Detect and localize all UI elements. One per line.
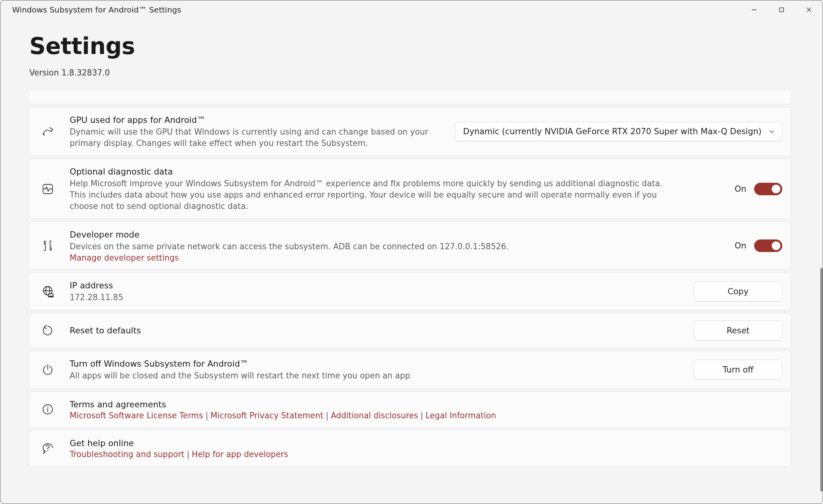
maximize-icon [778, 7, 785, 13]
developer-toggle-label: On [735, 241, 746, 250]
header: Settings Version 1.8.32837.0 [0, 19, 823, 81]
gpu-icon [41, 124, 55, 139]
ip-title: IP address [70, 280, 682, 291]
setting-row-help: Get help online Troubleshooting and supp… [29, 430, 791, 466]
turnoff-title: Turn off Windows Subsystem for Android™ [70, 358, 682, 369]
window-controls [740, 0, 823, 19]
info-icon [41, 402, 55, 416]
diagnostic-icon [41, 182, 55, 196]
turnoff-desc: All apps will be closed and the Subsyste… [70, 370, 676, 382]
reset-button[interactable]: Reset [694, 320, 782, 341]
settings-scroll[interactable]: GPU used for apps for Android™ Dynamic w… [0, 90, 820, 502]
diagnostic-toggle[interactable] [754, 183, 782, 195]
titlebar: Windows Subsystem for Android™ Settings [0, 0, 823, 19]
gpu-title: GPU used for apps for Android™ [70, 114, 443, 126]
window-title: Windows Subsystem for Android™ Settings [12, 5, 181, 14]
scrollbar-thumb[interactable] [820, 268, 823, 491]
svg-rect-1 [780, 8, 783, 12]
setting-row-partial [29, 90, 791, 104]
gpu-dropdown-value: Dynamic (currently NVIDIA GeForce RTX 20… [463, 127, 762, 136]
developer-title: Developer mode [70, 229, 723, 240]
setting-row-ip: IP address 172.28.11.85 Copy [29, 272, 791, 311]
version-text: Version 1.8.32837.0 [29, 68, 794, 77]
svg-point-15 [47, 450, 48, 451]
gpu-desc: Dynamic will use the GPU that Windows is… [70, 126, 434, 149]
help-link-appdev[interactable]: Help for app developers [192, 450, 288, 459]
maximize-button[interactable] [768, 0, 795, 19]
svg-point-14 [47, 407, 49, 408]
setting-row-developer: Developer mode Devices on the same priva… [29, 221, 791, 270]
chevron-down-icon [769, 128, 775, 135]
developer-desc: Devices on the same private network can … [70, 241, 676, 252]
terms-title: Terms and agreements [70, 399, 782, 410]
diagnostic-desc: Help Microsoft improve your Windows Subs… [70, 178, 676, 212]
help-icon [41, 441, 55, 455]
help-title: Get help online [70, 437, 782, 449]
ip-icon [41, 284, 55, 299]
copy-button[interactable]: Copy [694, 281, 782, 302]
diagnostic-toggle-label: On [735, 184, 746, 194]
terms-links: Microsoft Software License Terms|Microso… [70, 411, 782, 420]
power-icon [41, 363, 55, 377]
close-icon [806, 7, 812, 13]
developer-toggle[interactable] [754, 239, 782, 252]
terms-link-legal[interactable]: Legal Information [425, 411, 496, 420]
help-link-troubleshoot[interactable]: Troubleshooting and support [70, 450, 184, 459]
minimize-button[interactable] [740, 0, 768, 19]
turnoff-button[interactable]: Turn off [694, 360, 782, 380]
svg-point-4 [43, 134, 45, 135]
reset-icon [41, 324, 55, 338]
terms-link-license[interactable]: Microsoft Software License Terms [70, 411, 203, 420]
gpu-dropdown[interactable]: Dynamic (currently NVIDIA GeForce RTX 20… [455, 122, 782, 141]
developer-icon [41, 239, 55, 253]
setting-row-terms: Terms and agreements Microsoft Software … [29, 391, 791, 428]
reset-title: Reset to defaults [70, 325, 682, 336]
developer-settings-link[interactable]: Manage developer settings [70, 253, 179, 263]
minimize-icon [751, 7, 757, 13]
diagnostic-title: Optional diagnostic data [70, 166, 723, 177]
setting-row-turnoff: Turn off Windows Subsystem for Android™ … [29, 351, 791, 389]
scrollbar[interactable] [820, 15, 823, 501]
terms-link-disclosures[interactable]: Additional disclosures [331, 411, 418, 420]
setting-row-gpu: GPU used for apps for Android™ Dynamic w… [29, 107, 791, 156]
close-button[interactable] [795, 0, 823, 19]
page-title: Settings [29, 33, 794, 59]
setting-row-reset: Reset to defaults Reset [29, 313, 791, 348]
ip-value: 172.28.11.85 [70, 292, 676, 303]
terms-link-privacy[interactable]: Microsoft Privacy Statement [211, 411, 323, 420]
setting-row-diagnostic: Optional diagnostic data Help Microsoft … [29, 158, 791, 219]
help-links: Troubleshooting and support|Help for app… [70, 450, 782, 459]
